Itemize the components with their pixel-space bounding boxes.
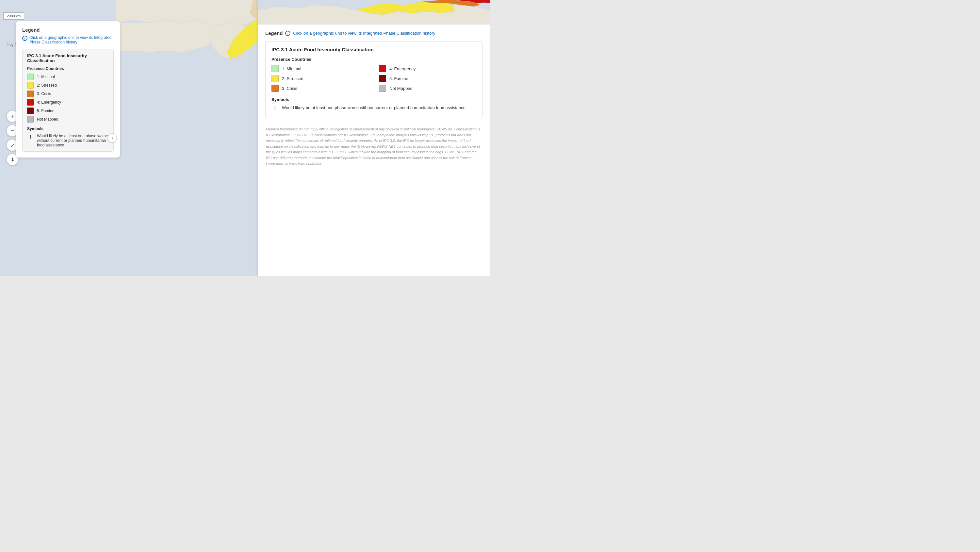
color-swatch-crisis — [27, 91, 33, 97]
disclaimer-text: Mapped boundaries do not imply official … — [265, 123, 483, 170]
right-legend-grid: 1: Minimal 4: Emergency 2: Stressed 5: F… — [272, 65, 477, 92]
list-item: 2: Stressed — [27, 82, 109, 89]
color-swatch-not-mapped — [27, 116, 33, 123]
legend-info-link[interactable]: i Click on a geographic unit to view its… — [22, 35, 114, 45]
list-item: 4: Emergency — [379, 65, 477, 72]
list-item: 3: Crisis — [27, 91, 109, 97]
list-item: 2: Stressed — [272, 75, 369, 82]
right-panel-content: Legend i Click on a geographic unit to v… — [258, 24, 490, 176]
collapse-button[interactable]: › — [108, 133, 117, 142]
right-symbol-mark: ! — [272, 105, 278, 112]
list-item: 1: Minimal — [272, 65, 369, 72]
symbol-mark: ! — [27, 134, 33, 140]
sidebar-symbols-title: Symbols — [27, 126, 109, 131]
sidebar-ipc-title: IPC 3.1 Acute Food Insecurity Classifica… — [27, 53, 109, 63]
right-panel-map-top — [258, 0, 490, 24]
right-legend-title: Legend — [265, 30, 283, 36]
right-color-swatch-not-mapped — [379, 85, 386, 92]
sidebar-legend-items: 1: Minimal 2: Stressed 3: Crisis 4: Emer… — [27, 73, 109, 123]
color-swatch-famine — [27, 107, 33, 114]
list-item: 4: Emergency — [27, 99, 109, 105]
right-symbols-title: Symbols — [272, 97, 477, 102]
list-item: 5: Famine — [27, 107, 109, 114]
color-swatch-emergency — [27, 99, 33, 105]
right-ipc-title: IPC 3.1 Acute Food Insecurity Classifica… — [272, 47, 477, 52]
right-ipc-box: IPC 3.1 Acute Food Insecurity Classifica… — [265, 41, 483, 118]
list-item: Not Mapped — [27, 116, 109, 123]
color-swatch-stressed — [27, 82, 33, 89]
right-symbol-item: ! Would likely be at least one phase wor… — [272, 105, 477, 112]
right-color-swatch-minimal — [272, 65, 278, 72]
scale-bar: 2000 km — [3, 13, 24, 20]
right-color-swatch-emergency — [379, 65, 386, 72]
info-icon: i — [22, 36, 27, 41]
list-item: 5: Famine — [379, 75, 477, 82]
right-color-swatch-crisis — [272, 85, 278, 92]
right-legend-link[interactable]: Click on a geographic unit to view its I… — [293, 31, 435, 36]
right-panel: Legend i Click on a geographic unit to v… — [258, 0, 490, 276]
color-swatch-minimal — [27, 73, 33, 80]
right-legend-header: Legend i Click on a geographic unit to v… — [265, 30, 483, 36]
sidebar-symbol-item: ! Would likely be at least one phase wor… — [27, 134, 109, 147]
sidebar-legend: Legend i Click on a geographic unit to v… — [16, 21, 120, 158]
sidebar-presence-title: Presence Countries — [27, 66, 109, 71]
right-info-icon: i — [285, 31, 290, 36]
right-presence-title: Presence Countries — [272, 57, 477, 62]
legend-title: Legend — [22, 27, 114, 33]
list-item: 1: Minimal — [27, 73, 109, 80]
sidebar-ipc-box: IPC 3.1 Acute Food Insecurity Classifica… — [22, 49, 114, 152]
list-item: 3: Crisis — [272, 85, 369, 92]
right-color-swatch-stressed — [272, 75, 278, 82]
list-item: Not Mapped — [379, 85, 477, 92]
right-color-swatch-famine — [379, 75, 386, 82]
